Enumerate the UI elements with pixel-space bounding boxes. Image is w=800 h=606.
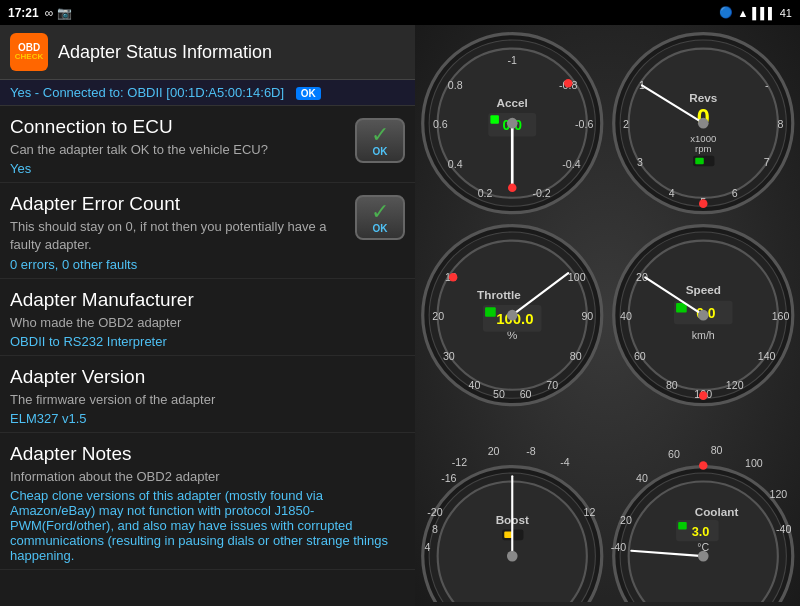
svg-text:20: 20 [432,310,444,322]
svg-text:-8: -8 [526,445,536,457]
svg-text:Revs: Revs [689,91,717,104]
infinity-icon: ∞ [45,6,54,20]
section-manufacturer: Adapter Manufacturer Who made the OBD2 a… [0,279,415,356]
svg-text:90: 90 [581,310,593,322]
svg-point-97 [507,550,518,561]
gauges-panel: -1 -0.8 -0.6 -0.4 -0.2 0.2 0.4 0.6 0.8 A… [415,25,800,606]
svg-text:Accel: Accel [497,96,528,109]
manufacturer-description: Who made the OBD2 adapter [10,314,405,332]
revs-gauge-container: 1 2 3 4 5 6 7 8 - Revs 0 x1000 rpm [610,29,797,217]
app-header: OBD CHECK Adapter Status Information [0,25,415,80]
svg-rect-15 [490,115,499,124]
coolant-gauge-container: -40 20 40 60 80 100 120 -40 Coolant 3.0 … [610,414,797,602]
svg-text:-1: -1 [508,54,518,66]
svg-text:-0.2: -0.2 [532,187,550,199]
svg-text:20: 20 [620,514,632,526]
svg-text:140: 140 [757,351,775,363]
battery-level: 41 [780,7,792,19]
error-title: Adapter Error Count [10,193,345,215]
error-value: 0 errors, 0 other faults [10,257,345,272]
svg-text:30: 30 [443,351,455,363]
svg-text:4: 4 [668,187,674,199]
error-checkmark-icon: ✓ [371,201,389,223]
svg-point-12 [564,79,573,88]
boost-gauge-container: -20 -16 4 8 -12 20 -8 -4 12 Boost [419,414,606,602]
ecu-ok-label: OK [373,146,388,157]
ecu-checkmark-icon: ✓ [371,124,389,146]
svg-text:50: 50 [493,388,505,400]
svg-point-19 [508,183,517,192]
speed-gauge: 20 40 60 80 100 120 140 160 Speed 0.0 km… [610,221,797,409]
svg-point-80 [698,392,707,401]
svg-text:-20: -20 [427,505,442,517]
svg-text:12: 12 [584,505,596,517]
svg-text:70: 70 [546,380,558,392]
connection-status-bar: Yes - Connected to: OBDII [00:1D:A5:00:1… [0,80,415,106]
ecu-text: Connection to ECU Can the adapter talk O… [10,116,355,176]
throttle-gauge-container: 10 20 30 40 50 60 70 80 90 100 Throttle … [419,221,606,409]
section-version: Adapter Version The firmware version of … [0,356,415,433]
section-error: Adapter Error Count This should stay on … [0,183,415,278]
svg-text:60: 60 [633,351,645,363]
accel-gauge: -1 -0.8 -0.6 -0.4 -0.2 0.2 0.4 0.6 0.8 A… [419,29,606,217]
bluetooth-icon: 🔵 [719,6,733,19]
svg-text:100: 100 [744,456,762,468]
notes-value: Cheap clone versions of this adapter (mo… [10,488,405,563]
svg-text:80: 80 [710,443,722,455]
svg-text:120: 120 [725,380,743,392]
error-description: This should stay on 0, if not then you p… [10,218,345,254]
svg-text:-40: -40 [776,522,791,534]
svg-text:3.0: 3.0 [691,524,709,539]
coolant-gauge: -40 20 40 60 80 100 120 -40 Coolant 3.0 … [610,414,797,602]
svg-text:20: 20 [488,445,500,457]
version-value: ELM327 v1.5 [10,411,405,426]
svg-text:100: 100 [568,271,586,283]
svg-text:-12: -12 [452,455,467,467]
svg-point-61 [449,273,458,282]
status-bar: 17:21 ∞ 📷 🔵 ▲ ▌▌▌ 41 [0,0,800,25]
camera-icon: 📷 [57,6,72,20]
error-text: Adapter Error Count This should stay on … [10,193,355,271]
svg-point-40 [698,199,707,208]
svg-text:Speed: Speed [685,284,720,297]
svg-point-60 [507,310,518,321]
svg-text:km/h: km/h [691,329,714,341]
logo-check: CHECK [15,53,43,62]
svg-text:-0.4: -0.4 [562,158,580,170]
time: 17:21 [8,6,39,20]
connection-text: Yes - Connected to: OBDII [00:1D:A5:00:1… [10,85,284,100]
version-description: The firmware version of the adapter [10,391,405,409]
svg-text:Throttle: Throttle [477,288,521,301]
app-logo: OBD CHECK [10,33,48,71]
connection-ok-badge: OK [296,87,321,100]
version-title: Adapter Version [10,366,405,388]
svg-rect-57 [485,307,496,317]
svg-text:7: 7 [763,156,769,168]
svg-text:0.2: 0.2 [478,187,493,199]
svg-text:40: 40 [468,380,480,392]
svg-text:2: 2 [623,118,629,130]
section-notes: Adapter Notes Information about the OBD2… [0,433,415,570]
svg-text:x1000: x1000 [690,133,716,144]
ecu-ok-button[interactable]: ✓ OK [355,118,405,163]
notes-description: Information about the OBD2 adapter [10,468,405,486]
svg-text:rpm: rpm [695,143,712,154]
svg-text:40: 40 [620,310,632,322]
error-ok-button[interactable]: ✓ OK [355,195,405,240]
svg-text:Coolant: Coolant [694,504,738,517]
svg-text:3: 3 [636,156,642,168]
main-content: OBD CHECK Adapter Status Information Yes… [0,25,800,606]
status-icons: 🔵 ▲ ▌▌▌ 41 [719,6,792,19]
svg-text:160: 160 [771,310,789,322]
left-panel: OBD CHECK Adapter Status Information Yes… [0,25,415,606]
revs-gauge: 1 2 3 4 5 6 7 8 - Revs 0 x1000 rpm [610,29,797,217]
svg-point-79 [697,310,708,321]
svg-text:0.6: 0.6 [433,118,448,130]
svg-text:60: 60 [668,448,680,460]
svg-text:0.8: 0.8 [448,79,463,91]
error-ok-label: OK [373,223,388,234]
svg-text:120: 120 [769,487,787,499]
manufacturer-value: OBDII to RS232 Interpreter [10,334,405,349]
svg-text:-: - [764,79,768,91]
boost-gauge: -20 -16 4 8 -12 20 -8 -4 12 Boost [419,414,606,602]
